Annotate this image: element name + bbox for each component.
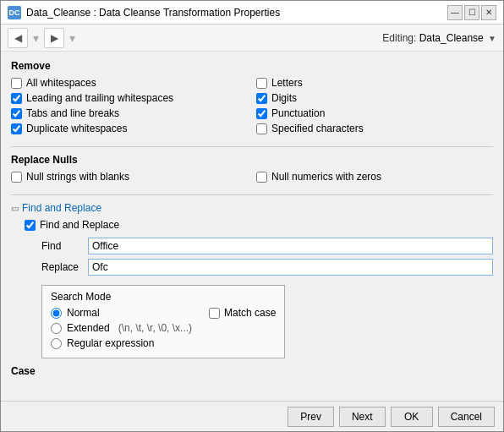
maximize-button[interactable]: ☐ <box>464 5 479 20</box>
find-replace-section: ▭ Find and Replace Find and Replace Find <box>11 202 493 358</box>
letters-label: Letters <box>271 77 303 89</box>
remove-section-title: Remove <box>11 60 493 72</box>
cancel-button[interactable]: Cancel <box>438 407 495 427</box>
search-mode-title: Search Mode <box>51 291 276 303</box>
checkbox-match-case[interactable]: Match case <box>209 307 276 319</box>
null-strings-label: Null strings with blanks <box>26 171 129 183</box>
match-case-label: Match case <box>224 307 276 319</box>
collapse-icon: ▭ <box>11 204 19 213</box>
toolbar-separator: ▾ <box>33 31 39 45</box>
editing-dropdown-button[interactable]: ▼ <box>488 34 496 43</box>
checkbox-specified-chars[interactable]: Specified characters <box>256 123 493 134</box>
title-bar-controls: — ☐ ✕ <box>447 5 496 20</box>
next-button[interactable]: Next <box>339 407 386 427</box>
regex-label: Regular expression <box>67 337 154 349</box>
content-area: Remove All whitespaces Letters Leading a… <box>1 52 503 401</box>
letters-checkbox[interactable] <box>256 78 267 89</box>
remove-section: Remove All whitespaces Letters Leading a… <box>11 60 493 147</box>
find-input[interactable] <box>88 238 493 254</box>
replace-field-row: Replace <box>41 259 493 276</box>
ok-button[interactable]: OK <box>391 407 433 427</box>
all-whitespaces-label: All whitespaces <box>26 77 96 89</box>
normal-label: Normal <box>67 307 100 319</box>
close-button[interactable]: ✕ <box>481 5 496 20</box>
replace-nulls-grid: Null strings with blanks Null numerics w… <box>11 171 493 183</box>
editing-name: Data_Cleanse <box>419 32 484 44</box>
title-bar: DC Data_Cleanse : Data Cleanse Transform… <box>1 1 503 25</box>
toolbar: ◀ ▾ ▶ ▾ Editing: Data_Cleanse ▼ <box>1 25 503 52</box>
window-icon: DC <box>8 6 21 19</box>
replace-input[interactable] <box>88 259 493 276</box>
find-replace-checkbox[interactable] <box>25 220 36 231</box>
checkbox-tabs-linebreaks[interactable]: Tabs and line breaks <box>11 107 248 119</box>
normal-radio[interactable] <box>51 308 62 319</box>
checkbox-digits[interactable]: Digits <box>256 92 493 104</box>
find-label: Find <box>41 240 88 252</box>
all-whitespaces-checkbox[interactable] <box>11 78 22 89</box>
null-strings-checkbox[interactable] <box>11 172 22 183</box>
specified-chars-checkbox[interactable] <box>256 123 267 134</box>
digits-label: Digits <box>271 92 297 104</box>
leading-trailing-label: Leading and trailing whitespaces <box>26 92 173 104</box>
checkbox-duplicate-whitespaces[interactable]: Duplicate whitespaces <box>11 123 248 134</box>
duplicate-whitespaces-label: Duplicate whitespaces <box>26 123 127 134</box>
main-scroll-area[interactable]: Remove All whitespaces Letters Leading a… <box>1 52 503 401</box>
extended-radio[interactable] <box>51 323 62 334</box>
replace-label: Replace <box>41 261 88 273</box>
find-replace-label: Find and Replace <box>40 219 119 231</box>
leading-trailing-checkbox[interactable] <box>11 93 22 104</box>
punctuation-label: Punctuation <box>271 107 325 119</box>
main-window: DC Data_Cleanse : Data Cleanse Transform… <box>0 0 504 432</box>
specified-chars-label: Specified characters <box>271 123 364 134</box>
extended-label: Extended <box>67 322 110 334</box>
find-replace-header[interactable]: ▭ Find and Replace <box>11 202 493 214</box>
window-title: Data_Cleanse : Data Cleanse Transformati… <box>26 7 447 19</box>
back-button[interactable]: ◀ <box>8 28 28 48</box>
null-numerics-label: Null numerics with zeros <box>271 171 381 183</box>
checkbox-letters[interactable]: Letters <box>256 77 493 89</box>
checkbox-null-strings[interactable]: Null strings with blanks <box>11 171 248 183</box>
checkbox-find-replace[interactable]: Find and Replace <box>25 219 493 231</box>
duplicate-whitespaces-checkbox[interactable] <box>11 123 22 134</box>
find-replace-section-title: Find and Replace <box>22 202 101 214</box>
radio-normal-row: Normal <box>51 307 192 319</box>
forward-button[interactable]: ▶ <box>44 28 64 48</box>
regex-radio[interactable] <box>51 338 62 349</box>
case-section-title: Case <box>11 365 493 377</box>
prev-button[interactable]: Prev <box>288 407 334 427</box>
digits-checkbox[interactable] <box>256 93 267 104</box>
null-numerics-checkbox[interactable] <box>256 172 267 183</box>
find-field-row: Find <box>41 238 493 254</box>
toolbar-separator2: ▾ <box>69 31 75 45</box>
tabs-linebreaks-label: Tabs and line breaks <box>26 107 119 119</box>
search-mode-box: Search Mode Normal Extended <box>41 285 285 358</box>
minimize-button[interactable]: — <box>447 5 463 20</box>
case-section: Case <box>11 365 493 377</box>
checkbox-punctuation[interactable]: Punctuation <box>256 107 493 119</box>
checkbox-all-whitespaces[interactable]: All whitespaces <box>11 77 248 89</box>
punctuation-checkbox[interactable] <box>256 108 267 119</box>
bottom-bar: Prev Next OK Cancel <box>1 401 503 431</box>
radio-regex-row: Regular expression <box>51 337 192 349</box>
match-case-checkbox[interactable] <box>209 308 220 319</box>
remove-checkboxes-grid: All whitespaces Letters Leading and trai… <box>11 77 493 134</box>
replace-nulls-title: Replace Nulls <box>11 154 493 166</box>
tabs-linebreaks-checkbox[interactable] <box>11 108 22 119</box>
checkbox-null-numerics[interactable]: Null numerics with zeros <box>256 171 493 183</box>
checkbox-leading-trailing[interactable]: Leading and trailing whitespaces <box>11 92 248 104</box>
editing-label: Editing: Data_Cleanse ▼ <box>382 32 496 44</box>
replace-nulls-section: Replace Nulls Null strings with blanks N… <box>11 154 493 195</box>
radio-extended-row: Extended (\n, \t, \r, \0, \x...) <box>51 322 192 334</box>
find-replace-sub-section: Find and Replace Find Replace Search <box>25 219 493 358</box>
extended-hint: (\n, \t, \r, \0, \x...) <box>118 322 192 334</box>
